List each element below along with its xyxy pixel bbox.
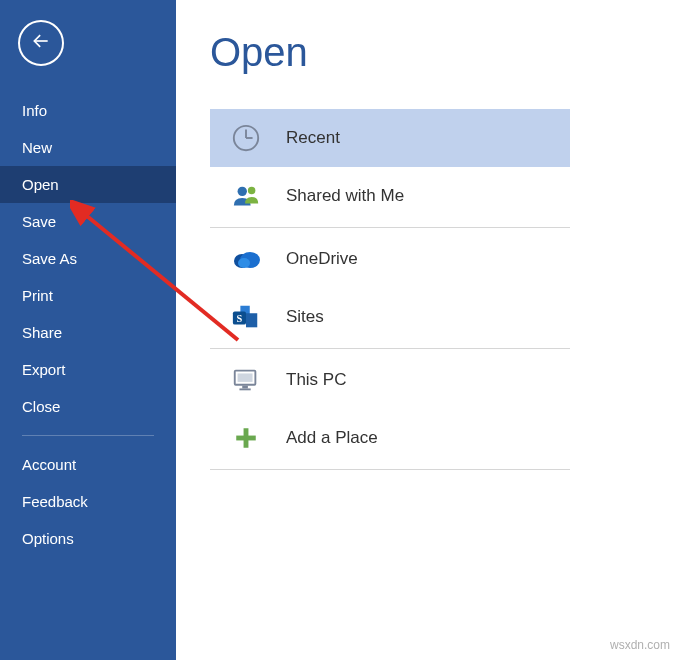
sidebar-item-label: Export bbox=[22, 361, 65, 378]
location-recent[interactable]: Recent bbox=[210, 109, 570, 167]
location-label: Recent bbox=[286, 128, 340, 148]
sidebar-item-label: Info bbox=[22, 102, 47, 119]
location-this-pc[interactable]: This PC bbox=[210, 351, 570, 409]
arrow-left-icon bbox=[31, 31, 51, 55]
clock-icon bbox=[230, 122, 262, 154]
svg-point-4 bbox=[238, 187, 247, 196]
location-onedrive[interactable]: OneDrive bbox=[210, 230, 570, 288]
backstage-sidebar: Info New Open Save Save As Print Share E… bbox=[0, 0, 176, 660]
svg-rect-10 bbox=[246, 313, 257, 327]
location-shared-with-me[interactable]: Shared with Me bbox=[210, 167, 570, 225]
svg-rect-16 bbox=[239, 388, 250, 390]
svg-rect-15 bbox=[242, 386, 248, 389]
open-location-list: Recent Shared with Me bbox=[210, 109, 570, 470]
sidebar-item-label: New bbox=[22, 139, 52, 156]
backstage-view: Info New Open Save Save As Print Share E… bbox=[0, 0, 680, 660]
location-label: This PC bbox=[286, 370, 346, 390]
sidebar-item-open[interactable]: Open bbox=[0, 166, 176, 203]
add-place-icon bbox=[230, 422, 262, 454]
location-sites[interactable]: S Sites bbox=[210, 288, 570, 346]
location-label: Sites bbox=[286, 307, 324, 327]
location-label: Shared with Me bbox=[286, 186, 404, 206]
location-add-a-place[interactable]: Add a Place bbox=[210, 409, 570, 467]
sidebar-item-save-as[interactable]: Save As bbox=[0, 240, 176, 277]
onedrive-icon bbox=[230, 243, 262, 275]
location-label: Add a Place bbox=[286, 428, 378, 448]
sidebar-item-export[interactable]: Export bbox=[0, 351, 176, 388]
sidebar-item-feedback[interactable]: Feedback bbox=[0, 483, 176, 520]
sidebar-item-options[interactable]: Options bbox=[0, 520, 176, 557]
sidebar-item-label: Close bbox=[22, 398, 60, 415]
sidebar-item-print[interactable]: Print bbox=[0, 277, 176, 314]
page-title: Open bbox=[210, 30, 660, 75]
sidebar-item-save[interactable]: Save bbox=[0, 203, 176, 240]
sidebar-item-label: Save As bbox=[22, 250, 77, 267]
svg-point-5 bbox=[248, 187, 256, 195]
svg-text:S: S bbox=[237, 313, 243, 324]
sidebar-item-label: Share bbox=[22, 324, 62, 341]
sidebar-item-account[interactable]: Account bbox=[0, 446, 176, 483]
location-divider bbox=[210, 227, 570, 228]
sidebar-item-info[interactable]: Info bbox=[0, 92, 176, 129]
location-label: OneDrive bbox=[286, 249, 358, 269]
location-divider bbox=[210, 469, 570, 470]
svg-point-8 bbox=[238, 258, 250, 268]
sidebar-item-label: Print bbox=[22, 287, 53, 304]
location-divider bbox=[210, 348, 570, 349]
sidebar-item-close[interactable]: Close bbox=[0, 388, 176, 425]
sidebar-item-label: Account bbox=[22, 456, 76, 473]
sidebar-item-share[interactable]: Share bbox=[0, 314, 176, 351]
sidebar-item-new[interactable]: New bbox=[0, 129, 176, 166]
sidebar-item-label: Save bbox=[22, 213, 56, 230]
sidebar-item-label: Options bbox=[22, 530, 74, 547]
backstage-main: Open Recent bbox=[176, 0, 680, 660]
svg-rect-14 bbox=[238, 373, 253, 381]
sites-icon: S bbox=[230, 301, 262, 333]
watermark-text: wsxdn.com bbox=[610, 638, 670, 652]
sidebar-item-label: Feedback bbox=[22, 493, 88, 510]
people-icon bbox=[230, 180, 262, 212]
sidebar-divider bbox=[22, 435, 154, 436]
back-button[interactable] bbox=[18, 20, 64, 66]
this-pc-icon bbox=[230, 364, 262, 396]
sidebar-item-label: Open bbox=[22, 176, 59, 193]
svg-rect-18 bbox=[236, 436, 256, 441]
